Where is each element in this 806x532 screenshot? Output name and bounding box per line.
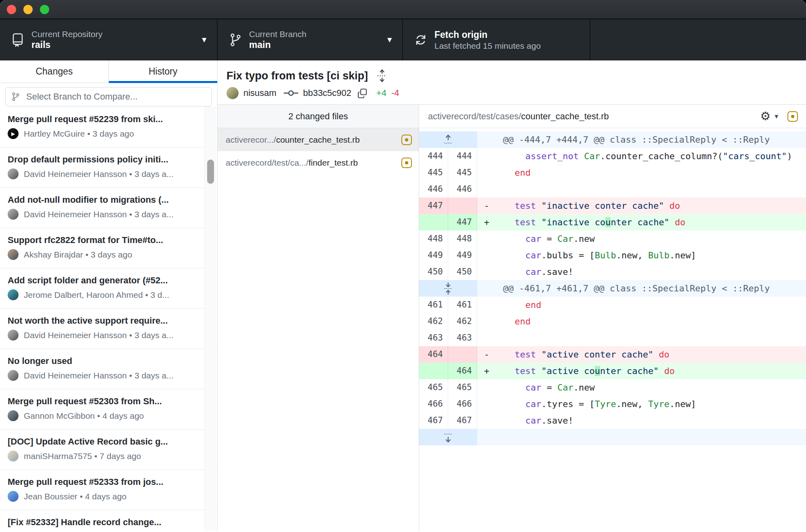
commit-row[interactable]: No longer usedDavid Heinemeier Hansson •…: [0, 349, 217, 389]
commit-row-meta: Gannon McGibbon • 4 days ago: [24, 411, 144, 421]
avatar: [8, 168, 19, 179]
diff-line-context: 450450 car.save!: [419, 264, 806, 280]
current-repository-button[interactable]: Current Repository rails ▼: [0, 19, 218, 60]
toolbar: Current Repository rails ▼ Current Branc…: [0, 19, 806, 60]
commit-row[interactable]: Drop default permissions policy initi...…: [0, 148, 217, 188]
file-path-name: counter_cache_test.rb: [276, 135, 360, 144]
commit-row-meta: David Heinemeier Hansson • 3 days a...: [24, 169, 174, 179]
hunk-row: @@ -461,7 +461,7 @@ class ::SpecialReply…: [419, 280, 806, 297]
commit-row[interactable]: [DOC] Update Active Record basic g...man…: [0, 430, 217, 470]
sidebar: Changes History: [0, 60, 218, 531]
diff-line-context: 448448 car = Car.new: [419, 231, 806, 247]
hunk-header-text: [477, 429, 806, 445]
expand-hunk-down-button[interactable]: [419, 429, 477, 445]
tab-changes[interactable]: Changes: [0, 60, 108, 83]
commit-row-title: Add script folder and generator (#52...: [8, 275, 207, 286]
zoom-button[interactable]: [40, 5, 49, 14]
line-number-old: 461: [419, 297, 448, 313]
diff-line-marker: +: [484, 214, 489, 231]
repo-icon: [10, 32, 26, 48]
minimize-button[interactable]: [23, 5, 33, 14]
current-repository-value: rails: [31, 39, 102, 51]
diff-line-context: 462462 end: [419, 313, 806, 330]
line-number-new: [448, 197, 477, 214]
fetch-origin-button[interactable]: Fetch origin Last fetched 15 minutes ago: [403, 19, 590, 60]
line-number-old: 449: [419, 247, 448, 264]
commit-row[interactable]: Add not-null modifier to migrations (...…: [0, 188, 217, 228]
line-number-new: 465: [448, 379, 477, 396]
current-branch-button[interactable]: Current Branch main ▼: [218, 19, 403, 60]
titlebar: [0, 0, 806, 19]
diff-line-content: end: [477, 313, 806, 330]
fetch-origin-sublabel: Last fetched 15 minutes ago: [434, 41, 541, 51]
hunk-header-text: @@ -444,7 +444,7 @@ class ::SpecialReply…: [477, 131, 806, 148]
commit-row[interactable]: [Fix #52332] Handle record change...: [0, 510, 217, 531]
commit-row[interactable]: Support rfc2822 format for Time#to...Aks…: [0, 228, 217, 268]
compare-branch-icon: [11, 91, 20, 102]
line-number-old: 447: [419, 197, 448, 214]
commit-row[interactable]: Add script folder and generator (#52...J…: [0, 268, 217, 309]
commit-row-meta: Hartley McGuire • 3 days ago: [24, 129, 134, 139]
sidebar-tabs: Changes History: [0, 60, 217, 83]
diff-line-content: car = Car.new: [477, 379, 806, 396]
file-row[interactable]: activerecor.../counter_cache_test.rb: [218, 128, 419, 151]
sidebar-scrollbar-thumb[interactable]: [207, 160, 214, 184]
avatar: ▶: [8, 128, 19, 139]
diff-line-context: 463463: [419, 330, 806, 346]
commit-row-title: Drop default permissions policy initi...: [8, 154, 207, 165]
commit-row-meta: Jerome Dalbert, Haroon Ahmed • 3 d...: [24, 290, 169, 300]
traffic-lights: [7, 5, 49, 14]
diff-line-context: 465465 car = Car.new: [419, 379, 806, 396]
commit-summary-title: Fix typo from tests [ci skip]: [226, 69, 368, 82]
avatar: [8, 330, 19, 341]
line-number-old: 467: [419, 412, 448, 429]
compare-branch-input[interactable]: [25, 91, 206, 102]
commit-row[interactable]: Merge pull request #52303 from Sh...Gann…: [0, 389, 217, 430]
line-number-new: 448: [448, 231, 477, 247]
expand-hunk-both-button[interactable]: [419, 280, 477, 297]
diff-line-content: car.bulbs = [Bulb.new, Bulb.new]: [477, 247, 806, 264]
close-button[interactable]: [7, 5, 16, 14]
line-number-old: [419, 214, 448, 231]
commit-row[interactable]: Not worth the active support require...D…: [0, 309, 217, 349]
line-number-old: 445: [419, 164, 448, 181]
diff-line-content: car = Car.new: [477, 231, 806, 247]
file-path: activerecor.../counter_cache_test.rb: [226, 135, 397, 145]
hunk-row: @@ -444,7 +444,7 @@ class ::SpecialReply…: [419, 131, 806, 148]
diff-path-file: counter_cache_test.rb: [521, 111, 609, 121]
commit-row[interactable]: Merge pull request #52239 from ski...▶Ha…: [0, 107, 217, 148]
commit-row-title: [DOC] Update Active Record basic g...: [8, 436, 207, 447]
avatar: [8, 249, 19, 260]
commit-row[interactable]: Merge pull request #52333 from jos...Jea…: [0, 470, 217, 510]
line-number-old: 464: [419, 346, 448, 363]
expand-hunk-up-button[interactable]: [419, 131, 477, 148]
compare-branch-field[interactable]: [5, 87, 212, 106]
line-number-old: [419, 363, 448, 379]
diff-line-content: - test "active conter cache" do: [477, 346, 806, 363]
diff-line-content: [477, 330, 806, 346]
file-row[interactable]: activerecord/test/ca.../finder_test.rb: [218, 151, 419, 174]
tab-history[interactable]: History: [108, 60, 217, 83]
diff-line-context: 467467 car.save!: [419, 412, 806, 429]
commit-row-meta: maniSHarma7575 • 7 days ago: [24, 451, 141, 461]
line-number-new: 466: [448, 396, 477, 412]
diff-line-del: 447- test "inactive conter cache" do: [419, 197, 806, 214]
diff-file-path: activerecord/test/cases/counter_cache_te…: [428, 111, 760, 122]
line-number-new: 464: [448, 363, 477, 379]
file-path-dir: activerecord/test/ca.../: [226, 158, 308, 167]
diff-options-button[interactable]: ⚙ ▼: [760, 110, 779, 122]
expand-commit-summary-icon[interactable]: [377, 69, 387, 82]
diff-line-context: 444444 assert_not Car.counter_cache_colu…: [419, 148, 806, 164]
diff-file-header: activerecord/test/cases/counter_cache_te…: [419, 105, 806, 128]
diff-line-content: - test "inactive conter cache" do: [477, 197, 806, 214]
line-number-new: 461: [448, 297, 477, 313]
diff-panel: activerecord/test/cases/counter_cache_te…: [419, 105, 806, 531]
line-number-new: 445: [448, 164, 477, 181]
commit-row-title: Merge pull request #52333 from jos...: [8, 476, 207, 487]
copy-hash-icon[interactable]: [357, 88, 368, 98]
commit-row-title: Not worth the active support require...: [8, 315, 207, 326]
commit-row-title: Merge pull request #52303 from Sh...: [8, 396, 207, 407]
diff-line-add: 464+ test "active counter cache" do: [419, 363, 806, 379]
line-number-new: 463: [448, 330, 477, 346]
diff-line-marker: -: [484, 346, 489, 363]
